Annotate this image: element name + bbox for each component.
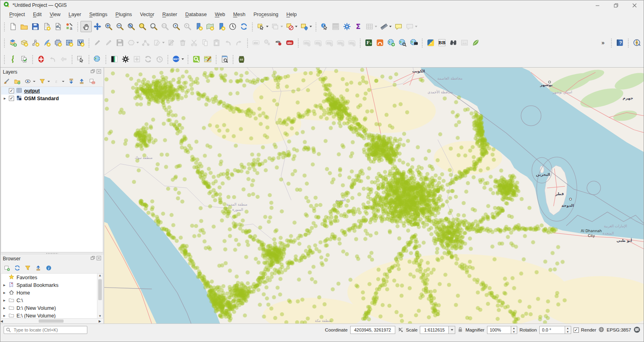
qms-globe-button[interactable] <box>92 54 103 65</box>
settings-gear-button[interactable] <box>120 54 131 65</box>
osm-place-search-button[interactable] <box>408 37 419 48</box>
layers-search-plugin-button[interactable] <box>109 54 120 65</box>
expand-all-button[interactable] <box>66 77 76 86</box>
new-geopackage-layer-button[interactable] <box>19 37 30 48</box>
browser-expander-icon[interactable]: ▶ <box>2 307 6 310</box>
run-feature-action-button[interactable] <box>330 21 341 32</box>
refresh-map-button[interactable] <box>238 21 250 32</box>
scale-lock-icon[interactable] <box>458 327 463 333</box>
search-plugin-button[interactable] <box>448 37 459 48</box>
toggle-editing-button[interactable] <box>103 37 114 48</box>
filter-by-expression-dropdown-icon[interactable] <box>62 81 64 82</box>
browser-item[interactable]: ▶E:\ (New Volume) <box>1 312 103 319</box>
close-button[interactable] <box>625 0 644 10</box>
paste-features-button[interactable] <box>211 37 222 48</box>
history-grayed-button[interactable] <box>154 54 165 65</box>
toolbar-overflow-button[interactable]: » <box>597 37 609 48</box>
show-hide-labels-button[interactable]: abc <box>312 37 324 48</box>
bookmark-manager-button[interactable] <box>216 21 227 32</box>
show-spatial-bookmarks-button[interactable] <box>204 21 216 32</box>
menu-processing[interactable]: Processing <box>250 12 283 17</box>
delete-selected-button[interactable] <box>177 37 188 48</box>
layer-row[interactable]: ▶✓OSM Standard <box>1 95 103 102</box>
filter-browser-button[interactable] <box>23 264 33 272</box>
browser-expander-icon[interactable]: ▶ <box>2 291 6 295</box>
add-feature-dropdown-icon[interactable] <box>136 42 139 43</box>
nav-back-button[interactable] <box>47 54 58 65</box>
browser-expander-icon[interactable]: ▶ <box>2 299 6 302</box>
open-data-source-manager-button[interactable] <box>7 37 19 48</box>
help-contents-button[interactable]: ? <box>614 37 625 48</box>
quickosm-button[interactable] <box>191 54 202 65</box>
layer-checkbox[interactable]: ✓ <box>9 96 14 101</box>
layer-row[interactable]: ✓output <box>1 87 103 95</box>
menu-plugins[interactable]: Plugins <box>111 12 136 17</box>
select-by-location-button[interactable] <box>299 21 310 32</box>
plugin-squiggle-button[interactable] <box>7 54 19 65</box>
new-project-button[interactable] <box>7 21 19 32</box>
properties-info-button[interactable]: i <box>44 264 54 272</box>
browser-expander-icon[interactable]: ▶ <box>2 284 6 287</box>
vertex-tool-button[interactable] <box>140 37 151 48</box>
plugin-f-button[interactable]: F <box>363 37 374 48</box>
browser-vertical-scrollbar[interactable]: ▲▼ <box>97 274 103 318</box>
zoom-out-button[interactable] <box>114 21 126 32</box>
measure-line-button[interactable] <box>378 21 390 32</box>
plugin-compass-button[interactable] <box>631 37 642 48</box>
rotation-spinbox[interactable]: ▲▼ <box>539 326 571 334</box>
menu-web[interactable]: Web <box>211 12 229 17</box>
browser-expander-icon[interactable]: ▶ <box>2 314 6 317</box>
change-label-button[interactable]: abc <box>346 37 357 48</box>
zoom-full-button[interactable] <box>126 21 137 32</box>
layout-manager-button[interactable] <box>52 21 64 32</box>
browser-item[interactable]: Favorites <box>1 274 103 281</box>
restore-button[interactable] <box>607 0 625 10</box>
select-by-form-button[interactable] <box>284 21 295 32</box>
quickmapservices-search-button[interactable] <box>397 37 408 48</box>
statistical-summary-button[interactable]: Σ <box>353 21 364 32</box>
save-project-button[interactable] <box>30 21 41 32</box>
new-annotation-dropdown-icon[interactable] <box>415 26 417 27</box>
browser-item[interactable]: ▶Home <box>1 289 103 297</box>
pin-labels-button[interactable]: ab <box>273 37 284 48</box>
new-temporary-scratch-layer-button[interactable] <box>52 37 64 48</box>
multi-edit-button[interactable] <box>166 37 177 48</box>
zoom-native-button[interactable]: 1:1 <box>159 21 171 32</box>
minimize-button[interactable] <box>588 0 607 10</box>
add-feature-button[interactable] <box>126 37 137 48</box>
plugin-leaf-button[interactable] <box>470 37 481 48</box>
pin-unpin-labels-button[interactable]: abc <box>301 37 312 48</box>
open-attribute-table-dropdown-icon[interactable] <box>375 26 377 27</box>
quickmapservices-add-button[interactable] <box>386 37 397 48</box>
new-spatialite-layer-button[interactable] <box>41 37 52 48</box>
browser-horizontal-scrollbar[interactable]: ◀▶ <box>0 319 103 323</box>
add-selected-layers-button[interactable] <box>2 264 12 272</box>
deselect-features-button[interactable] <box>270 21 281 32</box>
rotate-label-button[interactable]: abc <box>335 37 346 48</box>
messages-icon[interactable] <box>634 326 640 334</box>
pan-map-button[interactable] <box>80 21 92 32</box>
new-print-layout-button[interactable] <box>41 21 52 32</box>
layer-expander-icon[interactable]: ▶ <box>3 97 7 100</box>
browser-item[interactable]: ▶C:\ <box>1 297 103 304</box>
add-grayed-button[interactable] <box>131 54 142 65</box>
menu-project[interactable]: Project <box>5 12 29 17</box>
locator-input[interactable] <box>13 327 85 333</box>
new-mesh-layer-button[interactable] <box>64 37 75 48</box>
plugin-pages-check-button[interactable] <box>19 54 30 65</box>
undo-button[interactable] <box>222 37 233 48</box>
collapse-all-button[interactable] <box>77 77 87 86</box>
browser-close-icon[interactable] <box>97 256 101 262</box>
menu-mesh[interactable]: Mesh <box>229 12 250 17</box>
nav-forward-button[interactable] <box>58 54 69 65</box>
new-spatial-bookmark-button[interactable] <box>193 21 204 32</box>
modify-attributes-dropdown-icon[interactable] <box>162 42 165 43</box>
current-edits-button[interactable] <box>92 37 103 48</box>
menu-view[interactable]: View <box>45 12 64 17</box>
collapse-all-browser-button[interactable] <box>33 264 43 272</box>
select-features-button[interactable] <box>255 21 266 32</box>
new-annotation-button[interactable] <box>404 21 415 32</box>
zoom-to-layer-button[interactable] <box>148 21 159 32</box>
new-virtual-layer-button[interactable] <box>75 37 86 48</box>
osm-editor-button[interactable] <box>202 54 213 65</box>
